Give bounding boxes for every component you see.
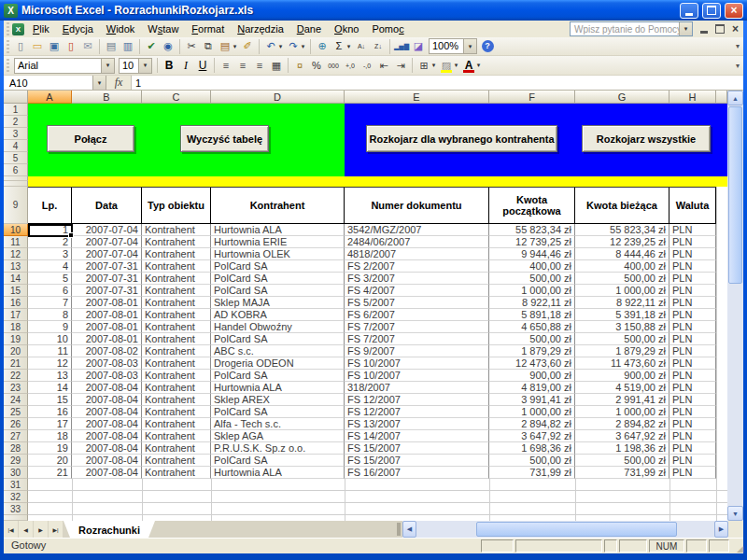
cell[interactable]: Kontrahent xyxy=(142,297,211,309)
cell[interactable]: Kontrahent xyxy=(142,224,211,236)
zoom-combo[interactable]: 100%▾ xyxy=(429,38,477,54)
row-header-18[interactable]: 18 xyxy=(4,321,28,333)
cell[interactable]: 5 xyxy=(28,273,72,285)
cell[interactable]: 12 473,60 zł xyxy=(489,357,575,370)
cell[interactable]: Kontrahent xyxy=(142,248,211,260)
cell[interactable]: PolCard SA xyxy=(211,285,345,297)
cell[interactable]: 3 991,41 zł xyxy=(489,394,575,406)
cell[interactable]: 1 000,00 zł xyxy=(489,285,575,297)
cell[interactable]: 2007-07-31 xyxy=(72,285,142,297)
cell[interactable]: 13 xyxy=(28,370,72,382)
chart-wizard-icon[interactable]: ▂▅▇ xyxy=(393,38,410,55)
copy-icon[interactable]: ⧉ xyxy=(200,38,217,55)
save-icon[interactable]: ▣ xyxy=(46,38,63,55)
cell[interactable]: 1 000,00 zł xyxy=(575,285,669,297)
cell[interactable]: P.R.U.S.K. Sp.z o.o. xyxy=(211,442,345,455)
font-color-icon[interactable]: A xyxy=(460,57,477,74)
cell[interactable]: FS 12/2007 xyxy=(345,406,489,418)
row-header-26[interactable]: 26 xyxy=(4,418,28,430)
cell[interactable]: 10 xyxy=(28,333,72,345)
scroll-right-icon[interactable]: ▶ xyxy=(714,521,728,538)
cell[interactable]: 400,00 zł xyxy=(575,260,669,273)
wyczysc-tabele-button[interactable]: Wyczyść tabelę xyxy=(180,125,269,152)
cell[interactable]: 55 823,34 zł xyxy=(489,224,575,236)
cell[interactable]: 1 000,00 zł xyxy=(489,406,575,418)
next-sheet-button[interactable]: ▶ xyxy=(34,521,49,538)
cell[interactable]: 7 xyxy=(28,297,72,309)
cell[interactable]: PLN xyxy=(669,236,716,248)
cell[interactable]: 4818/2007 xyxy=(345,248,489,260)
cell[interactable]: PLN xyxy=(669,430,716,442)
row-header-12[interactable]: 12 xyxy=(4,248,28,260)
cell[interactable]: PLN xyxy=(669,333,716,345)
cell[interactable]: 4 819,00 zł xyxy=(489,382,575,394)
cell[interactable]: 2484/06/2007 xyxy=(345,236,489,248)
cell[interactable]: FS 16/2007 xyxy=(345,467,489,479)
cell[interactable]: 9 xyxy=(28,321,72,333)
cell[interactable]: Hurtownia OLEK xyxy=(211,248,345,260)
cell[interactable]: PLN xyxy=(669,455,716,467)
cell[interactable]: Kontrahent xyxy=(142,345,211,357)
cell[interactable]: 1 198,36 zł xyxy=(575,442,669,455)
cell[interactable]: Kontrahent xyxy=(142,467,211,479)
menu-item-dane[interactable]: Dane xyxy=(290,22,328,36)
spelling-icon[interactable]: ✔ xyxy=(143,38,160,55)
currency-style-icon[interactable]: ¤ xyxy=(291,57,308,74)
row-header-3[interactable]: 3 xyxy=(4,128,28,140)
align-left-icon[interactable]: ≡ xyxy=(218,57,234,74)
cell[interactable]: 2 894,82 zł xyxy=(575,418,669,430)
cell[interactable]: Alfa - Tech s.c. xyxy=(211,418,345,430)
bold-icon[interactable]: B xyxy=(161,57,177,74)
cell[interactable]: PLN xyxy=(669,297,716,309)
horizontal-scroll-thumb[interactable] xyxy=(476,522,677,537)
undo-icon[interactable]: ↶ xyxy=(262,38,279,55)
borders-icon[interactable]: ⊞ xyxy=(416,57,432,74)
cell[interactable]: 12 xyxy=(28,357,72,370)
menu-item-edycja[interactable]: Edycja xyxy=(56,22,100,36)
format-painter-icon[interactable]: ✐ xyxy=(239,38,256,55)
formula-input[interactable]: 1 xyxy=(132,76,743,90)
cell[interactable]: 20 xyxy=(28,455,72,467)
row-header-22[interactable]: 22 xyxy=(4,370,28,382)
cell[interactable]: FS 12/2007 xyxy=(345,394,489,406)
cell[interactable]: ABC s.c. xyxy=(211,345,345,357)
print-icon[interactable]: ▤ xyxy=(103,38,120,55)
row-header-34[interactable] xyxy=(4,515,28,521)
cell[interactable]: 18 xyxy=(28,430,72,442)
chevron-down-icon[interactable]: ▾ xyxy=(101,59,114,73)
cell[interactable]: 2007-08-01 xyxy=(72,297,142,309)
cell[interactable]: 2007-08-04 xyxy=(72,418,142,430)
percent-style-icon[interactable]: % xyxy=(308,57,325,74)
vertical-scroll-thumb[interactable] xyxy=(728,106,742,284)
cell[interactable]: 2007-08-01 xyxy=(72,321,142,333)
toolbar-options-icon[interactable]: ▾ xyxy=(732,62,743,70)
cell[interactable]: Sklep AGA xyxy=(211,430,345,442)
cell[interactable]: PLN xyxy=(669,321,716,333)
cell[interactable]: 2 xyxy=(28,236,72,248)
chevron-down-icon[interactable]: ▾ xyxy=(463,39,476,53)
cell[interactable]: FS 7/2007 xyxy=(345,321,489,333)
research-icon[interactable]: ◉ xyxy=(160,38,176,55)
increase-decimal-icon[interactable]: +,0 xyxy=(342,57,359,74)
cell[interactable]: 1 879,29 zł xyxy=(489,345,575,357)
cell[interactable]: 2007-08-02 xyxy=(72,345,142,357)
cell[interactable]: 5 891,18 zł xyxy=(489,309,575,321)
row-header-5[interactable]: 5 xyxy=(4,152,28,164)
cell[interactable]: Hurtownia ERIE xyxy=(211,236,345,248)
cell[interactable]: 2007-08-04 xyxy=(72,430,142,442)
email-icon[interactable]: ✉ xyxy=(79,38,96,55)
cell[interactable]: FS 15/2007 xyxy=(345,442,489,455)
cell[interactable]: Kontrahent xyxy=(142,455,211,467)
cell[interactable]: 1 000,00 zł xyxy=(575,406,669,418)
row-header-28[interactable]: 28 xyxy=(4,442,28,455)
cell[interactable]: 21 xyxy=(28,467,72,479)
workbook-restore-button[interactable] xyxy=(712,22,727,36)
cell[interactable]: 8 444,46 zł xyxy=(575,248,669,260)
minimize-button[interactable] xyxy=(680,3,698,19)
row-header-32[interactable]: 32 xyxy=(4,491,28,503)
cell[interactable]: 2007-07-31 xyxy=(72,260,142,273)
row-header-23[interactable]: 23 xyxy=(4,382,28,394)
cut-icon[interactable]: ✂ xyxy=(183,38,200,55)
align-center-icon[interactable]: ≡ xyxy=(234,57,251,74)
cells-area[interactable]: Połącz Wyczyść tabelę Rozkojarz dla wybr… xyxy=(28,104,727,521)
